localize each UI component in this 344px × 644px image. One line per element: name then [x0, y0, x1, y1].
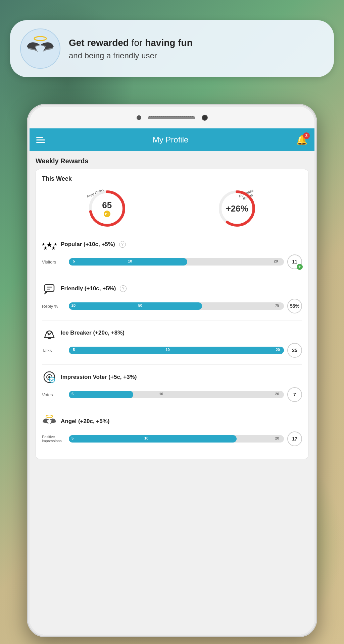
friendly-slider-track[interactable]: 20 50 75 — [69, 302, 284, 310]
friendly-slider-label: Reply % — [42, 304, 65, 309]
promo-line1: Get rewarded for having fun — [69, 37, 324, 49]
popular-slider-track[interactable]: 5 10 20 — [69, 258, 284, 266]
popular-slider-label: Visitors — [42, 259, 65, 265]
pt-badge: PT — [104, 211, 110, 217]
week-header: This Week — [42, 175, 302, 182]
menu-button[interactable] — [36, 137, 45, 143]
impression-voter-slider-track[interactable]: 5 10 20 — [69, 391, 284, 398]
ice-breaker-value: 25 — [287, 343, 302, 358]
friendly-mark-2: 50 — [138, 303, 142, 307]
speaker — [148, 116, 195, 119]
popular-icon: ★ ★ ★ ★ ★ — [42, 237, 57, 252]
impression-voter-mark-2: 10 — [159, 392, 163, 396]
popular-mark-2: 10 — [128, 259, 132, 263]
purchase-bonus-circle: Purchase Bonus +26% — [217, 188, 257, 229]
svg-rect-12 — [47, 287, 52, 288]
front-camera — [137, 115, 141, 120]
app-content[interactable]: Weekly Rewards This Week Free Coins — [30, 151, 314, 635]
angel-icon — [42, 414, 57, 429]
ice-breaker-mark-1: 5 — [73, 348, 75, 352]
phone-top-bar — [30, 107, 314, 128]
reward-angel: Angel (+20c, +5%) Positive impressions 5… — [42, 414, 302, 446]
popular-value: 11 + — [287, 254, 302, 269]
ice-breaker-slider-track[interactable]: 5 10 20 — [69, 347, 284, 354]
reward-ice-breaker: Ice Breaker (+20c, +8%) Talks 5 10 20 — [42, 326, 302, 358]
angel-title: Angel (+20c, +5%) — [61, 418, 110, 425]
friendly-mark-3: 75 — [275, 303, 279, 307]
ice-breaker-title-row: Ice Breaker (+20c, +8%) — [42, 326, 302, 340]
svg-marker-11 — [44, 291, 49, 295]
reward-impression-voter: Impression Voter (+5c, +3%) Votes 5 10 2… — [42, 370, 302, 402]
svg-rect-10 — [45, 285, 54, 291]
purchase-bonus-value: +26% — [226, 203, 248, 214]
popular-mark-1: 5 — [73, 259, 75, 263]
notification-badge: 3 — [303, 132, 310, 139]
friendly-slider-fill: 20 50 — [69, 302, 202, 310]
friendly-value: 55% — [287, 299, 302, 313]
svg-point-18 — [49, 377, 55, 383]
svg-text:★: ★ — [42, 242, 45, 247]
impression-voter-icon — [42, 370, 57, 385]
week-card: This Week Free Coins 65 PT — [36, 169, 308, 459]
friendly-mark-1: 20 — [71, 303, 76, 307]
ice-breaker-mark-2: 10 — [165, 348, 169, 352]
angel-mark-2: 10 — [144, 436, 148, 440]
free-coins-value: 65 — [102, 200, 112, 211]
popular-title-row: ★ ★ ★ ★ ★ Popular (+10c, +5%) ? — [42, 237, 302, 252]
angel-slider-label: Positive impressions — [42, 435, 65, 443]
angel-slider-fill: 5 10 — [69, 435, 237, 443]
free-coins-circle: Free Coins 65 PT — [87, 188, 127, 229]
angel-mark-1: 5 — [71, 436, 73, 440]
popular-info[interactable]: ? — [119, 241, 126, 248]
impression-voter-mark-3: 20 — [275, 392, 279, 396]
angel-wings-icon — [25, 35, 55, 62]
friendly-title-row: Friendly (+10c, +5%) ? — [42, 281, 302, 296]
popular-slider-row: Visitors 5 10 20 11 + — [42, 254, 302, 269]
phone-inner: My Profile 🔔 3 Weekly Rewards This Week … — [30, 107, 314, 635]
angel-mark-3: 20 — [275, 436, 279, 440]
app-header: My Profile 🔔 3 — [30, 128, 314, 151]
app-screen: My Profile 🔔 3 Weekly Rewards This Week … — [30, 128, 314, 635]
popular-title: Popular (+10c, +5%) — [61, 241, 115, 248]
friendly-title: Friendly (+10c, +5%) — [61, 285, 116, 292]
svg-text:★: ★ — [54, 242, 57, 247]
svg-rect-14 — [48, 338, 51, 339]
ice-breaker-slider-fill: 5 10 20 — [69, 347, 284, 354]
svg-point-19 — [46, 415, 53, 418]
friendly-info[interactable]: ? — [120, 285, 127, 292]
ice-breaker-mark-3: 20 — [276, 348, 280, 352]
friendly-icon — [42, 281, 57, 296]
angel-slider-row: Positive impressions 5 10 20 17 — [42, 431, 302, 446]
ice-breaker-slider-label: Talks — [42, 348, 65, 353]
notification-button[interactable]: 🔔 3 — [296, 134, 308, 145]
popular-slider-fill: 5 10 — [69, 258, 187, 266]
impression-voter-slider-fill: 5 — [69, 391, 133, 398]
reward-friendly: Friendly (+10c, +5%) ? Reply % 20 50 75 — [42, 281, 302, 313]
promo-card: Get rewarded for having fun and being a … — [10, 20, 334, 77]
impression-voter-value: 7 — [287, 387, 302, 402]
promo-line2: and being a friendly user — [69, 51, 324, 60]
impression-voter-slider-row: Votes 5 10 20 7 — [42, 387, 302, 402]
reward-popular: ★ ★ ★ ★ ★ Popular (+10c, +5%) ? — [42, 237, 302, 269]
purchase-bonus-inner: +26% — [226, 203, 248, 214]
friendly-slider-row: Reply % 20 50 75 55% — [42, 299, 302, 313]
impression-voter-slider-label: Votes — [42, 392, 65, 397]
angel-value: 17 — [287, 431, 302, 446]
circles-row: Free Coins 65 PT Pur — [42, 188, 302, 229]
impression-voter-mark-1: 5 — [71, 392, 73, 396]
svg-point-0 — [34, 37, 46, 41]
ice-breaker-title: Ice Breaker (+20c, +8%) — [61, 330, 125, 336]
impression-voter-title-row: Impression Voter (+5c, +3%) — [42, 370, 302, 385]
ice-breaker-slider-row: Talks 5 10 20 25 — [42, 343, 302, 358]
promo-icon — [20, 28, 60, 69]
promo-text: Get rewarded for having fun and being a … — [69, 37, 324, 60]
angel-title-row: Angel (+20c, +5%) — [42, 414, 302, 429]
impression-voter-title: Impression Voter (+5c, +3%) — [61, 374, 137, 380]
svg-rect-13 — [47, 289, 50, 290]
ice-breaker-icon — [42, 326, 57, 340]
angel-slider-track[interactable]: 5 10 20 — [69, 435, 284, 443]
popular-plus-badge: + — [297, 264, 303, 270]
phone-frame: My Profile 🔔 3 Weekly Rewards This Week … — [27, 104, 317, 637]
camera — [202, 115, 208, 121]
popular-mark-3: 20 — [274, 259, 278, 263]
